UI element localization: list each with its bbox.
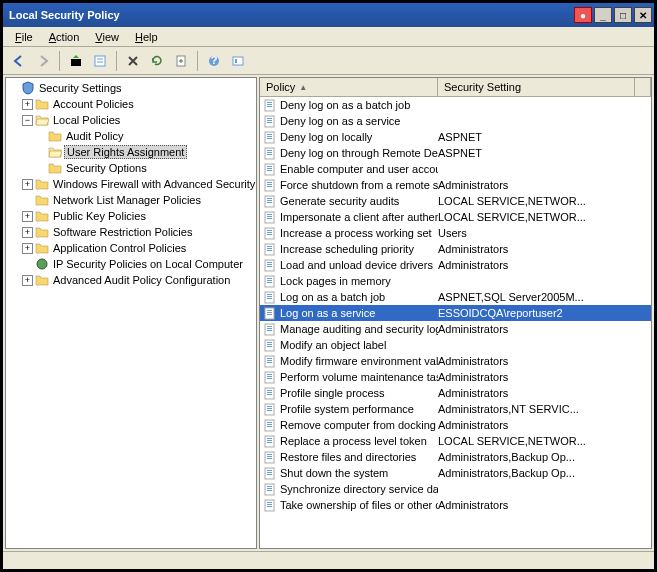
policy-row[interactable]: Force shutdown from a remote systemAdmin…	[260, 177, 651, 193]
tree-user-rights[interactable]: User Rights Assignment	[8, 144, 254, 160]
svg-rect-71	[267, 342, 272, 343]
folder-icon	[35, 193, 49, 207]
svg-rect-103	[267, 470, 272, 471]
tree-label: Security Settings	[37, 82, 124, 94]
policy-row[interactable]: Remove computer from docking staticAdmin…	[260, 417, 651, 433]
menu-action[interactable]: Action	[41, 29, 88, 45]
svg-rect-105	[267, 474, 272, 475]
policy-row[interactable]: Increase scheduling priorityAdministrato…	[260, 241, 651, 257]
policy-row[interactable]: Deny log on through Remote DesktopASPNET	[260, 145, 651, 161]
policy-row[interactable]: Log on as a batch jobASPNET,SQL Server20…	[260, 289, 651, 305]
policy-row[interactable]: Perform volume maintenance tasksAdminist…	[260, 369, 651, 385]
policy-icon	[264, 307, 277, 320]
policy-row[interactable]: Shut down the systemAdministrators,Backu…	[260, 465, 651, 481]
policy-list[interactable]: Deny log on as a batch jobDeny log on as…	[260, 97, 651, 548]
expander-icon[interactable]: +	[22, 211, 33, 222]
policy-row[interactable]: Restore files and directoriesAdministrat…	[260, 449, 651, 465]
svg-rect-26	[265, 164, 274, 175]
tree-netlist[interactable]: Network List Manager Policies	[8, 192, 254, 208]
tree-software[interactable]: + Software Restriction Policies	[8, 224, 254, 240]
expander-icon[interactable]: −	[22, 115, 33, 126]
column-headers: Policy▲ Security Setting	[260, 78, 651, 97]
policy-value: ASPNET	[438, 147, 651, 159]
tree-security-options[interactable]: Security Options	[8, 160, 254, 176]
policy-row[interactable]: Generate security auditsLOCAL SERVICE,NE…	[260, 193, 651, 209]
policy-row[interactable]: Deny log on as a batch job	[260, 97, 651, 113]
menu-view[interactable]: View	[87, 29, 127, 45]
policy-row[interactable]: Increase a process working setUsers	[260, 225, 651, 241]
policy-value: Administrators	[438, 371, 651, 383]
expander-icon[interactable]: +	[22, 275, 33, 286]
policy-row[interactable]: Lock pages in memory	[260, 273, 651, 289]
maximize-button[interactable]: □	[614, 7, 632, 23]
tree-account-policies[interactable]: + Account Policies	[8, 96, 254, 112]
policy-icon	[264, 131, 277, 144]
svg-rect-34	[265, 196, 274, 207]
close-button[interactable]: ✕	[634, 7, 652, 23]
tree-root[interactable]: Security Settings	[8, 80, 254, 96]
policy-row[interactable]: Profile system performanceAdministrators…	[260, 401, 651, 417]
policy-row[interactable]: Replace a process level tokenLOCAL SERVI…	[260, 433, 651, 449]
column-policy[interactable]: Policy▲	[260, 78, 438, 96]
policy-row[interactable]: Deny log on locallyASPNET	[260, 129, 651, 145]
tree-firewall[interactable]: + Windows Firewall with Advanced Securit…	[8, 176, 254, 192]
policy-row[interactable]: Synchronize directory service data	[260, 481, 651, 497]
tree-advaudit[interactable]: + Advanced Audit Policy Configuration	[8, 272, 254, 288]
up-button[interactable]	[64, 49, 88, 73]
svg-rect-81	[267, 378, 272, 379]
forward-button[interactable]	[31, 49, 55, 73]
policy-row[interactable]: Impersonate a client after authenticaLOC…	[260, 209, 651, 225]
policy-row[interactable]: Load and unload device driversAdministra…	[260, 257, 651, 273]
svg-rect-27	[267, 166, 272, 167]
policy-icon	[264, 291, 277, 304]
expander-icon[interactable]: +	[22, 179, 33, 190]
menu-help[interactable]: Help	[127, 29, 166, 45]
policy-icon	[264, 451, 277, 464]
policy-row[interactable]: Modify an object label	[260, 337, 651, 353]
policy-row[interactable]: Take ownership of files or other objecAd…	[260, 497, 651, 513]
svg-rect-52	[267, 264, 272, 265]
expander-icon[interactable]: +	[22, 243, 33, 254]
tree-label: Account Policies	[51, 98, 136, 110]
statusbar	[3, 551, 654, 569]
tree-audit-policy[interactable]: Audit Policy	[8, 128, 254, 144]
column-setting[interactable]: Security Setting	[438, 78, 635, 96]
policy-row[interactable]: Log on as a serviceESSOIDCQA\reportuser2	[260, 305, 651, 321]
svg-rect-44	[267, 232, 272, 233]
svg-rect-28	[267, 168, 272, 169]
svg-rect-43	[267, 230, 272, 231]
expander-icon[interactable]: +	[22, 227, 33, 238]
record-button[interactable]: ●	[574, 7, 592, 23]
svg-rect-70	[265, 340, 274, 351]
content-area: Security Settings + Account Policies − L…	[3, 75, 654, 551]
refresh-button[interactable]	[145, 49, 169, 73]
minimize-button[interactable]: _	[594, 7, 612, 23]
policy-row[interactable]: Profile single processAdministrators	[260, 385, 651, 401]
expander-icon[interactable]: +	[22, 99, 33, 110]
svg-rect-64	[267, 312, 272, 313]
policy-row[interactable]: Manage auditing and security logAdminist…	[260, 321, 651, 337]
svg-rect-91	[267, 422, 272, 423]
folder-icon	[35, 177, 49, 191]
svg-rect-25	[267, 154, 272, 155]
policy-name: Impersonate a client after authentica	[280, 211, 438, 223]
svg-rect-57	[267, 282, 272, 283]
export-button[interactable]	[169, 49, 193, 73]
delete-button[interactable]	[121, 49, 145, 73]
toolbar-extra-button[interactable]	[226, 49, 250, 73]
tree-pubkey[interactable]: + Public Key Policies	[8, 208, 254, 224]
policy-name: Modify an object label	[280, 339, 386, 351]
policy-row[interactable]: Enable computer and user accounts t	[260, 161, 651, 177]
tree-appctl[interactable]: + Application Control Policies	[8, 240, 254, 256]
tree-ipsec[interactable]: IP Security Policies on Local Computer	[8, 256, 254, 272]
titlebar: Local Security Policy ● _ □ ✕	[3, 3, 654, 27]
tree-local-policies[interactable]: − Local Policies	[8, 112, 254, 128]
policy-row[interactable]: Deny log on as a service	[260, 113, 651, 129]
help-button[interactable]: ?	[202, 49, 226, 73]
back-button[interactable]	[7, 49, 31, 73]
menu-file[interactable]: File	[7, 29, 41, 45]
svg-point-9	[37, 259, 47, 269]
policy-row[interactable]: Modify firmware environment valuesAdmini…	[260, 353, 651, 369]
policy-name: Restore files and directories	[280, 451, 416, 463]
properties-button[interactable]	[88, 49, 112, 73]
